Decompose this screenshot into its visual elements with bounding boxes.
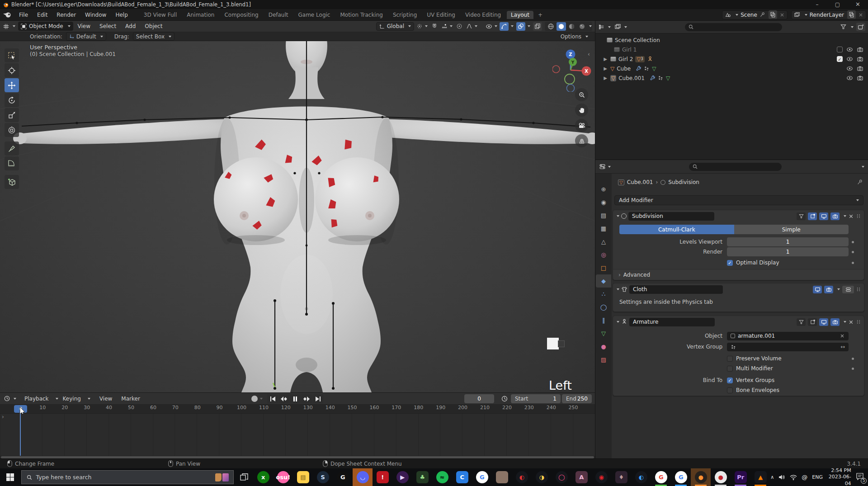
- workspace-tab[interactable]: Animation: [183, 11, 218, 19]
- render-visibility-icon[interactable]: [857, 46, 863, 53]
- timeline-menu-view[interactable]: View: [95, 396, 117, 402]
- taskbar-app-icon[interactable]: [492, 468, 512, 486]
- workspace-tab[interactable]: Motion Tracking: [336, 11, 387, 19]
- taskbar-app-icon[interactable]: ◐: [631, 468, 651, 486]
- physics-properties-button[interactable]: [842, 286, 854, 293]
- advanced-subpanel[interactable]: ›Advanced: [613, 269, 864, 280]
- pin-icon[interactable]: [857, 179, 863, 185]
- taskbar-app-icon[interactable]: Pr: [731, 468, 750, 486]
- hide-eye-icon[interactable]: [846, 75, 853, 81]
- taskbar-app-icon[interactable]: x: [253, 468, 273, 486]
- tool-add-cube[interactable]: [5, 175, 19, 189]
- timeline-menu-marker[interactable]: Marker: [117, 396, 144, 402]
- cloth-panel-header[interactable]: Cloth: [613, 283, 864, 295]
- workspace-tab[interactable]: 3D View Full: [140, 11, 181, 19]
- drag-handle-icon[interactable]: [856, 213, 861, 219]
- display-mode-icon[interactable]: [614, 24, 621, 30]
- taskbar-app-icon[interactable]: G: [472, 468, 492, 486]
- tool-measure[interactable]: [5, 156, 19, 170]
- decorator-dot[interactable]: [852, 251, 854, 253]
- jump-to-end-button[interactable]: [312, 394, 323, 403]
- volume-icon[interactable]: [778, 474, 785, 480]
- scene-selector[interactable]: Scene: [722, 10, 788, 19]
- properties-tab[interactable]: ◯: [596, 301, 611, 314]
- shading-wireframe-button[interactable]: [546, 22, 556, 31]
- outliner-row-girl1[interactable]: Girl 1: [595, 45, 868, 54]
- language-indicator[interactable]: ENG: [812, 474, 823, 480]
- remove-layer-icon[interactable]: [858, 12, 863, 18]
- properties-tab[interactable]: ●: [596, 340, 611, 353]
- taskbar-app-icon[interactable]: ♦: [611, 468, 631, 486]
- decorator-dot[interactable]: [852, 358, 854, 360]
- tool-select-box[interactable]: [5, 48, 19, 62]
- bind-vertex-groups-checkbox[interactable]: ✓: [727, 377, 733, 383]
- snap-toggle[interactable]: [430, 22, 439, 31]
- show-in-viewport-toggle[interactable]: [819, 212, 828, 220]
- overlays-dropdown[interactable]: [528, 25, 530, 27]
- outliner-row-cube001[interactable]: ▶ ▽ Cube.001 ▽: [595, 73, 868, 83]
- menu-edit[interactable]: Edit: [33, 12, 52, 18]
- modifier-name-field[interactable]: Armature: [629, 318, 715, 326]
- properties-tab[interactable]: △: [596, 235, 611, 248]
- collapse-chevron[interactable]: [617, 321, 619, 323]
- remove-modifier-icon[interactable]: [848, 319, 854, 325]
- timeline-menu-keying[interactable]: Keying: [58, 396, 85, 402]
- wifi-icon[interactable]: [790, 475, 797, 480]
- properties-tab[interactable]: ⊕: [596, 183, 611, 196]
- workspace-tab[interactable]: Scripting: [389, 11, 421, 19]
- catmull-clark-button[interactable]: Catmull-Clark: [619, 225, 734, 234]
- render-visibility-icon[interactable]: [857, 65, 863, 72]
- pan-button[interactable]: [575, 104, 588, 117]
- taskbar-app-icon[interactable]: G: [651, 468, 671, 486]
- breadcrumb-object[interactable]: Cube.001: [627, 179, 653, 185]
- maximize-button[interactable]: ▢: [827, 0, 848, 9]
- pin-icon[interactable]: [760, 12, 765, 18]
- show-on-cage-toggle[interactable]: [797, 318, 806, 326]
- outliner-search[interactable]: [685, 23, 782, 31]
- use-preview-range-icon[interactable]: [501, 395, 508, 402]
- expand-arrow[interactable]: ▶: [603, 75, 608, 80]
- sidebar-collapse-arrow[interactable]: ‹: [588, 51, 590, 57]
- show-in-editmode-toggle[interactable]: [808, 318, 817, 326]
- properties-tab[interactable]: ∴: [596, 288, 611, 301]
- menu-render[interactable]: Render: [52, 12, 80, 18]
- viewport-canvas[interactable]: User Perspective (0) Scene Collection | …: [0, 41, 595, 392]
- viewport-menu-object[interactable]: Object: [140, 23, 167, 29]
- shading-rendered-button[interactable]: [577, 22, 587, 31]
- keying-set-dropdown[interactable]: [260, 398, 263, 400]
- modifier-extras-dropdown[interactable]: [844, 321, 846, 323]
- taskbar-app-icon[interactable]: ◐: [512, 468, 532, 486]
- minimize-button[interactable]: –: [807, 0, 827, 9]
- modifier-name-field[interactable]: Cloth: [629, 285, 723, 294]
- girl2-checkbox[interactable]: ✓: [837, 56, 843, 62]
- taskbar-app-icon[interactable]: ◑: [532, 468, 552, 486]
- proportional-editing-toggle[interactable]: [455, 22, 464, 31]
- visibility-dropdown[interactable]: [484, 22, 499, 31]
- taskbar-clock[interactable]: 2:54 PM 2023-06-04: [827, 467, 851, 486]
- tray-chevron[interactable]: ∧: [770, 474, 774, 480]
- snap-settings[interactable]: [440, 22, 454, 31]
- properties-tab[interactable]: ▦: [596, 222, 611, 235]
- start-frame-field[interactable]: Start1: [511, 394, 561, 403]
- hide-eye-icon[interactable]: [846, 65, 853, 72]
- tool-transform[interactable]: [5, 123, 19, 137]
- render-layer-selector[interactable]: RenderLayer: [791, 10, 866, 19]
- armature-object-field[interactable]: armature.001: [727, 332, 849, 340]
- properties-tab[interactable]: ▨: [596, 353, 611, 366]
- close-button[interactable]: ✕: [848, 0, 868, 9]
- taskbar-app-icon[interactable]: C: [452, 468, 472, 486]
- properties-tab[interactable]: □: [596, 261, 611, 274]
- current-frame-field[interactable]: 0: [464, 394, 494, 403]
- menu-window[interactable]: Window: [80, 12, 111, 18]
- workspace-tab[interactable]: Layout: [507, 11, 533, 19]
- drag-handle-icon[interactable]: [856, 319, 861, 325]
- notification-center-button[interactable]: 5: [856, 472, 865, 483]
- properties-tab[interactable]: ◆: [596, 274, 611, 288]
- taskbar-app-icon[interactable]: osu!: [273, 468, 293, 486]
- outliner-editor-icon[interactable]: [598, 24, 605, 30]
- invert-vertex-group-icon[interactable]: ↔: [840, 344, 845, 350]
- workspace-tab[interactable]: Video Editing: [461, 11, 505, 19]
- taskbar-app-icon[interactable]: !: [373, 468, 392, 486]
- tool-scale[interactable]: [5, 108, 19, 122]
- properties-tab[interactable]: ∥: [596, 314, 611, 327]
